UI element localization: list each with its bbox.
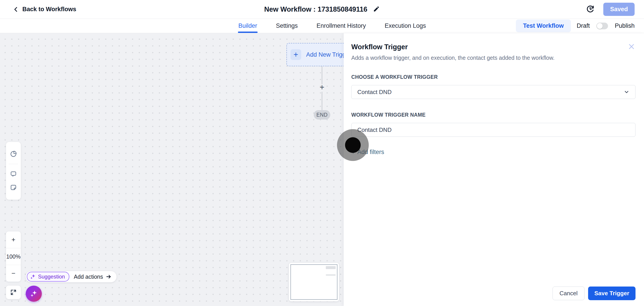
chevron-down-icon bbox=[624, 89, 630, 95]
suggestion-label: Suggestion bbox=[38, 273, 65, 280]
page-title: New Workflow : 1731850849116 bbox=[264, 5, 367, 14]
toggle-knob bbox=[597, 23, 603, 29]
save-trigger-button[interactable]: Save Trigger bbox=[588, 286, 636, 300]
close-panel-button[interactable] bbox=[628, 43, 635, 50]
publish-toggle[interactable] bbox=[596, 23, 608, 29]
add-step-button[interactable]: + bbox=[318, 83, 326, 91]
back-label: Back to Workflows bbox=[22, 6, 76, 13]
version-history-button[interactable] bbox=[586, 5, 594, 14]
end-node: END bbox=[314, 110, 330, 120]
plus-icon: + bbox=[351, 148, 355, 156]
connector-line bbox=[322, 92, 322, 110]
divider bbox=[9, 164, 18, 164]
history-clock-icon bbox=[586, 5, 594, 13]
zoom-out-button[interactable]: − bbox=[6, 265, 21, 281]
suggestion-button[interactable]: Suggestion bbox=[27, 272, 69, 281]
test-workflow-button[interactable]: Test Workflow bbox=[516, 20, 571, 32]
draft-label: Draft bbox=[577, 22, 590, 29]
tabbar-right: Test Workflow Draft Publish bbox=[516, 19, 634, 33]
add-filters-button[interactable]: + Add filters bbox=[351, 148, 384, 156]
notes-button[interactable] bbox=[10, 184, 17, 191]
workflow-canvas[interactable]: + Add New Trigger + END + 100% bbox=[0, 33, 344, 306]
panel-footer: Cancel Save Trigger bbox=[552, 286, 636, 300]
panel-description: Adds a workflow trigger, and on executio… bbox=[351, 55, 636, 61]
close-icon bbox=[628, 43, 635, 50]
tabs: Builder Settings Enrollment History Exec… bbox=[238, 19, 426, 33]
ai-assistant-button[interactable] bbox=[26, 286, 42, 302]
add-trigger-label: Add New Trigger bbox=[306, 51, 344, 58]
saved-button[interactable]: Saved bbox=[603, 3, 634, 16]
workflow-trigger-panel: Workflow Trigger Adds a workflow trigger… bbox=[344, 33, 644, 306]
tab-bar: Builder Settings Enrollment History Exec… bbox=[0, 19, 644, 33]
add-actions-button[interactable]: Add actions bbox=[74, 273, 112, 280]
cancel-button[interactable]: Cancel bbox=[552, 286, 584, 300]
tab-execution-logs[interactable]: Execution Logs bbox=[384, 19, 426, 33]
suggestion-bar: Suggestion Add actions bbox=[26, 271, 116, 282]
expand-arrows-icon bbox=[10, 289, 17, 296]
plus-icon: + bbox=[290, 49, 301, 60]
pencil-icon bbox=[373, 6, 380, 12]
minimap[interactable] bbox=[289, 263, 339, 301]
trigger-name-input[interactable] bbox=[351, 123, 636, 137]
pie-chart-icon bbox=[10, 150, 17, 158]
topbar-right: Saved bbox=[586, 3, 634, 16]
trigger-name-label: WORKFLOW TRIGGER NAME bbox=[351, 112, 636, 118]
add-actions-label: Add actions bbox=[74, 273, 103, 280]
add-new-trigger-card[interactable]: + Add New Trigger bbox=[286, 43, 344, 66]
choose-trigger-label: CHOOSE A WORKFLOW TRIGGER bbox=[351, 74, 636, 80]
minimap-viewport bbox=[290, 264, 338, 300]
fit-view-button[interactable] bbox=[6, 286, 21, 299]
workflow-title-wrap: New Workflow : 1731850849116 bbox=[264, 5, 380, 14]
zoom-level: 100% bbox=[6, 248, 21, 265]
minimap-trigger-node bbox=[326, 266, 336, 269]
comments-button[interactable] bbox=[10, 171, 17, 178]
connector-line bbox=[322, 66, 322, 84]
publish-label: Publish bbox=[615, 22, 634, 29]
panel-title: Workflow Trigger bbox=[351, 43, 636, 51]
zoom-in-button[interactable]: + bbox=[6, 231, 21, 248]
sticky-note-icon bbox=[10, 184, 17, 191]
chevron-left-icon bbox=[12, 6, 19, 13]
add-filters-label: Add filters bbox=[357, 149, 384, 156]
workflow-trigger-select[interactable]: Contact DND bbox=[351, 85, 636, 99]
arrow-right-icon bbox=[106, 274, 112, 279]
back-to-workflows-button[interactable]: Back to Workflows bbox=[12, 6, 76, 13]
canvas-tool-panel bbox=[6, 142, 21, 200]
minimap-end-node bbox=[326, 274, 336, 276]
top-bar: Back to Workflows New Workflow : 1731850… bbox=[0, 0, 644, 19]
stats-button[interactable] bbox=[10, 150, 17, 158]
sparkles-icon bbox=[30, 274, 36, 279]
chat-bubble-icon bbox=[10, 171, 17, 178]
zoom-controls: + 100% − bbox=[6, 231, 21, 281]
tab-enrollment-history[interactable]: Enrollment History bbox=[317, 19, 366, 33]
tab-settings[interactable]: Settings bbox=[276, 19, 298, 33]
tab-builder[interactable]: Builder bbox=[238, 19, 257, 33]
edit-title-button[interactable] bbox=[373, 6, 380, 13]
sparkles-icon bbox=[30, 290, 38, 297]
selected-trigger-value: Contact DND bbox=[357, 89, 392, 96]
